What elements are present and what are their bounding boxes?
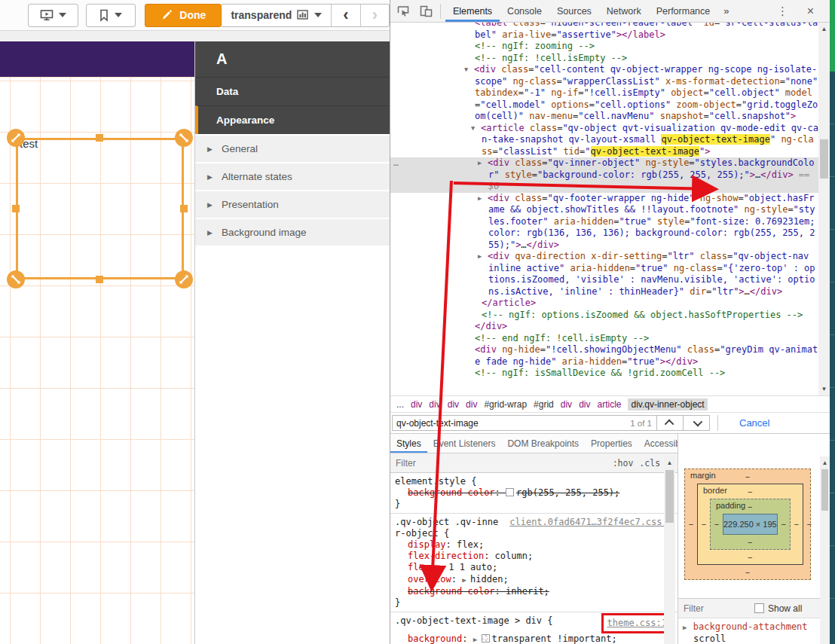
elements-tree-node[interactable]: <!-- ngIf: isSmallDevice && !grid.zoomCe… — [390, 368, 818, 380]
resize-handle-bottom-right[interactable] — [175, 270, 193, 288]
resize-handle-top-left[interactable] — [7, 129, 25, 147]
bookmarks-button[interactable] — [86, 4, 136, 27]
computed-property-name[interactable]: ▶ background-attachment — [683, 621, 830, 633]
border-top-value[interactable]: − — [748, 487, 752, 496]
tab-performance[interactable]: Performance — [649, 0, 718, 22]
computed-filter-input[interactable] — [678, 603, 738, 615]
scroll-up-icon[interactable]: ▲ — [664, 459, 675, 466]
toggle-class-button[interactable]: .cls — [639, 458, 660, 469]
scroll-up-icon[interactable]: ▲ — [818, 26, 830, 32]
resize-handle-top-right[interactable] — [175, 129, 193, 147]
scrollbar-thumb[interactable] — [665, 470, 674, 523]
device-toolbar-icon[interactable] — [416, 3, 436, 20]
tab-elements[interactable]: Elements — [445, 0, 500, 22]
tab-data[interactable]: Data — [195, 77, 390, 105]
border-left-value[interactable]: − — [698, 499, 710, 550]
elements-tree-node[interactable]: <label class="hidden-screen-reader-label… — [390, 23, 818, 41]
margin-bottom-value[interactable]: − — [745, 568, 750, 577]
color-swatch-icon[interactable] — [506, 488, 514, 496]
css-property[interactable]: display: flex; — [395, 539, 673, 551]
border-bottom-value[interactable]: − — [748, 553, 752, 562]
close-icon[interactable]: × — [807, 5, 814, 18]
node-options-icon[interactable]: … — [393, 157, 399, 169]
scroll-down-icon[interactable]: ▼ — [818, 386, 830, 392]
css-property[interactable]: flex: ▶ 1 1 auto; — [395, 562, 673, 574]
tab-network[interactable]: Network — [599, 0, 649, 22]
breadcrumb-item[interactable]: div — [448, 399, 459, 410]
css-property[interactable]: background-color: rgb(255, 255, 255); — [395, 487, 673, 499]
padding-top-value[interactable]: − — [748, 502, 752, 511]
section-background-image[interactable]: ▶ Background image — [195, 219, 390, 246]
margin-top-value[interactable]: − — [745, 472, 750, 481]
inspect-element-icon[interactable] — [393, 3, 413, 20]
expand-icon[interactable]: ▶ — [473, 636, 482, 643]
resize-handle-left[interactable] — [12, 205, 20, 212]
padding-bottom-value[interactable]: − — [748, 538, 752, 547]
box-model-content[interactable]: 229.250 × 195 — [723, 514, 778, 535]
elements-tree-node[interactable]: </div> — [390, 321, 818, 333]
elements-tree-node[interactable]: ▼<div class="cell-content qv-object-wrap… — [390, 64, 818, 123]
sheet-edit-grid[interactable]: test — [0, 77, 194, 644]
cancel-button[interactable]: Cancel — [739, 417, 769, 429]
breadcrumb-item[interactable]: div — [579, 399, 590, 410]
tab-console[interactable]: Console — [500, 0, 549, 22]
styles-filter-input[interactable] — [390, 457, 613, 469]
breadcrumb-item[interactable]: div.qv-inner-object — [628, 398, 707, 411]
resize-handle-bottom[interactable] — [96, 276, 103, 283]
previous-sheet-button[interactable]: ‹ — [332, 5, 359, 26]
padding-right-value[interactable]: − — [778, 514, 790, 535]
presentation-mode-button[interactable] — [28, 4, 78, 27]
rule-selector[interactable]: .qv-object-text-image > div { — [395, 615, 595, 627]
breadcrumb-item[interactable]: article — [597, 399, 621, 410]
expand-icon[interactable]: ▶ — [683, 624, 691, 631]
tree-expand-icon[interactable]: ▶ — [478, 251, 488, 263]
expand-icon[interactable]: ▶ — [440, 564, 448, 572]
section-presentation[interactable]: ▶ Presentation — [195, 191, 390, 218]
find-input[interactable] — [393, 418, 630, 429]
tab-dom-breakpoints[interactable]: DOM Breakpoints — [501, 434, 585, 453]
elements-tree-node[interactable]: <!-- ngIf: options.isZoomed && object.ha… — [390, 310, 818, 322]
css-property[interactable]: background-color: inherit; — [395, 586, 673, 597]
scrollbar-thumb[interactable] — [821, 469, 828, 511]
breadcrumb-item[interactable]: #grid — [534, 399, 554, 410]
padding-left-value[interactable]: − — [711, 514, 723, 535]
stylesheet-link[interactable]: client.0fad6471…3f2f4ec7.css:8 — [509, 517, 673, 528]
tree-collapse-icon[interactable]: ▼ — [464, 64, 474, 76]
tab-styles[interactable]: Styles — [390, 434, 427, 453]
rule-selector[interactable]: .qv-object .qv-inner-object { — [395, 517, 503, 539]
tab-sources[interactable]: Sources — [549, 0, 599, 22]
styles-scrollbar[interactable]: ▲ — [664, 456, 675, 644]
tab-properties[interactable]: Properties — [585, 434, 638, 453]
elements-tree-node[interactable]: ▶<div qva-direction x-dir-setting="ltr" … — [390, 251, 818, 298]
resize-handle-top[interactable] — [96, 134, 103, 142]
elements-tree-node[interactable]: <!-- end ngIf: !cell.isEmpty --> — [390, 333, 818, 345]
find-previous-button[interactable] — [657, 415, 684, 431]
elements-tree-node[interactable]: ▶<div class="qv-footer-wrapper ng-hide" … — [390, 193, 818, 252]
tab-event-listeners[interactable]: Event Listeners — [427, 434, 502, 453]
css-property[interactable]: flex-direction: column; — [395, 551, 673, 562]
elements-scrollbar[interactable]: ▲ ▼ — [818, 23, 830, 395]
scrollbar-thumb[interactable] — [820, 139, 828, 179]
elements-tree-node[interactable]: <!-- ngIf: !cell.isEmpty --> — [390, 53, 818, 65]
tree-expand-icon[interactable]: ▶ — [478, 193, 488, 205]
more-tabs-icon[interactable]: » — [717, 5, 735, 17]
css-property[interactable]: background: ▶ transparent !important; — [395, 633, 673, 644]
section-alternate-states[interactable]: ▶ Alternate states — [195, 163, 390, 190]
margin-left-value[interactable]: − — [685, 484, 697, 565]
breadcrumb-item[interactable]: ... — [396, 399, 404, 410]
rule-selector[interactable]: element.style { — [395, 476, 673, 487]
breadcrumb-item[interactable]: div — [561, 399, 572, 410]
breadcrumb-item[interactable]: #grid-wrap — [484, 399, 527, 410]
section-general[interactable]: ▶ General — [195, 136, 390, 162]
breadcrumb-item[interactable]: div — [429, 399, 440, 410]
tree-expand-icon[interactable]: ▶ — [478, 157, 488, 169]
color-swatch-icon[interactable] — [482, 634, 490, 642]
sheet-selector[interactable]: transparend — [222, 5, 331, 26]
show-all-checkbox[interactable] — [754, 603, 764, 613]
elements-tree-node[interactable]: </article> — [390, 298, 818, 310]
tree-collapse-icon[interactable]: ▼ — [471, 123, 481, 135]
toggle-hover-state-button[interactable]: :hov — [613, 458, 634, 469]
breadcrumb-item[interactable]: div — [466, 399, 477, 410]
resize-handle-bottom-left[interactable] — [7, 270, 25, 288]
find-next-button[interactable] — [684, 415, 710, 431]
